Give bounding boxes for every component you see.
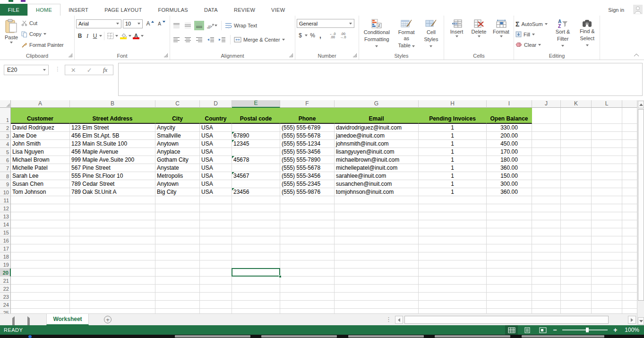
cell-A23[interactable] [11, 293, 70, 301]
header-cell-customer[interactable]: Customer [11, 108, 70, 124]
insert-function-button[interactable]: fx [103, 66, 107, 74]
cell-D9[interactable]: USA [200, 180, 232, 188]
font-dialog-launcher[interactable] [164, 53, 168, 57]
cell-I16[interactable] [487, 236, 532, 244]
cell-I12[interactable] [487, 204, 532, 212]
number-format-dropdown-arrow[interactable] [349, 23, 352, 25]
cell-F19[interactable] [280, 260, 335, 269]
cell-K2[interactable] [561, 124, 592, 132]
normal-view-button[interactable] [505, 325, 518, 335]
cell-I13[interactable] [487, 212, 532, 220]
cell-L1[interactable] [592, 108, 622, 124]
cell-L5[interactable] [592, 148, 622, 156]
header-cell-city[interactable]: City [155, 108, 200, 124]
cell-K17[interactable] [561, 244, 592, 252]
percent-style-button[interactable]: % [309, 31, 317, 40]
cell-G22[interactable] [335, 285, 419, 293]
cell-K8[interactable] [561, 172, 592, 180]
cell-B22[interactable] [70, 285, 155, 293]
cell-A22[interactable] [11, 285, 70, 293]
cell-F20[interactable] [280, 269, 335, 277]
cell-B11[interactable] [70, 196, 155, 204]
cell-J11[interactable] [532, 196, 561, 204]
cell-K11[interactable] [561, 196, 592, 204]
row-header-11[interactable]: 11 [0, 196, 11, 204]
format-dropdown-arrow[interactable] [500, 35, 503, 37]
cell-A7[interactable]: Michelle Patel [11, 164, 70, 172]
cell-F13[interactable] [280, 212, 335, 220]
decrease-decimal-button[interactable]: .00→.0 [338, 32, 348, 39]
fill-color-button[interactable] [119, 31, 128, 41]
cell-J23[interactable] [532, 293, 561, 301]
cell-D11[interactable] [200, 196, 232, 204]
taskbar-item[interactable] [261, 335, 337, 338]
cell-G5[interactable]: lisangyuyen@inuit.com [335, 148, 419, 156]
cell-C23[interactable] [155, 293, 200, 301]
cell-D19[interactable] [200, 260, 232, 269]
cell-F11[interactable] [280, 196, 335, 204]
cell-G25[interactable] [335, 309, 419, 313]
format-as-table-dropdown-arrow[interactable] [412, 45, 415, 47]
cell-E25[interactable] [232, 309, 280, 313]
cell-H23[interactable] [419, 293, 487, 301]
cell-D10[interactable]: USA [200, 188, 232, 196]
cell-F8[interactable]: (555) 555-3456 [280, 172, 335, 180]
cell-L19[interactable] [592, 260, 622, 269]
cell-C18[interactable] [155, 252, 200, 260]
copy-dropdown-arrow[interactable] [43, 33, 46, 35]
tab-view[interactable]: VIEW [263, 4, 293, 16]
row-header-20[interactable]: 20 [0, 269, 11, 277]
align-top-button[interactable] [172, 21, 181, 30]
taskbar-item[interactable] [435, 335, 510, 338]
cell-I25[interactable] [487, 309, 532, 313]
row-header-19[interactable]: 19 [0, 260, 11, 269]
cell-E14[interactable] [232, 220, 280, 228]
cell-L12[interactable] [592, 204, 622, 212]
tab-home[interactable]: HOME [27, 4, 60, 16]
grow-font-button[interactable]: A [144, 19, 154, 28]
header-cell-email[interactable]: Email [335, 108, 419, 124]
cell-B6[interactable]: 999 Maple Ave.Suite 200 [70, 156, 155, 164]
sign-in-link[interactable]: Sign in [608, 4, 624, 16]
cell-A11[interactable] [11, 196, 70, 204]
cell-K22[interactable] [561, 285, 592, 293]
cell-F15[interactable] [280, 228, 335, 236]
cell-C3[interactable]: Smallville [155, 132, 200, 140]
row-header-9[interactable]: 9 [0, 180, 11, 188]
cell-B16[interactable] [70, 236, 155, 244]
cell-G14[interactable] [335, 220, 419, 228]
column-header-C[interactable]: C [155, 100, 200, 108]
cell-F3[interactable]: (555) 555-5678 [280, 132, 335, 140]
cell-K13[interactable] [561, 212, 592, 220]
cell-A21[interactable] [11, 277, 70, 285]
zoom-slider-thumb[interactable] [586, 328, 589, 332]
cell-C9[interactable]: Anytown [155, 180, 200, 188]
cell-J9[interactable] [532, 180, 561, 188]
cell-J19[interactable] [532, 260, 561, 269]
cell-A6[interactable]: Michael Brown [11, 156, 70, 164]
accounting-dropdown-arrow[interactable] [305, 35, 308, 36]
zoom-in-button[interactable]: + [612, 326, 618, 334]
page-break-preview-button[interactable] [536, 325, 549, 335]
cell-F25[interactable] [280, 309, 335, 313]
cell-L16[interactable] [592, 236, 622, 244]
find-select-dropdown-arrow[interactable] [586, 44, 589, 46]
borders-button[interactable] [106, 31, 115, 41]
cell-A24[interactable] [11, 301, 70, 309]
cell-F7[interactable]: (555) 555-5678 [280, 164, 335, 172]
cell-F2[interactable]: (555) 555-6789 [280, 124, 335, 132]
cell-B4[interactable]: 123 Main St.Suite 100 [70, 140, 155, 148]
cell-L6[interactable] [592, 156, 622, 164]
align-center-button[interactable] [183, 35, 193, 44]
cell-K19[interactable] [561, 260, 592, 269]
cell-D12[interactable] [200, 204, 232, 212]
cell-B19[interactable] [70, 260, 155, 269]
number-dialog-launcher[interactable] [353, 53, 357, 57]
cell-G17[interactable] [335, 244, 419, 252]
shrink-font-button[interactable]: A [155, 19, 165, 28]
cell-K12[interactable] [561, 204, 592, 212]
cell-G23[interactable] [335, 293, 419, 301]
cell-J12[interactable] [532, 204, 561, 212]
cell-F9[interactable]: (555) 555-2345 [280, 180, 335, 188]
cell-L9[interactable] [592, 180, 622, 188]
